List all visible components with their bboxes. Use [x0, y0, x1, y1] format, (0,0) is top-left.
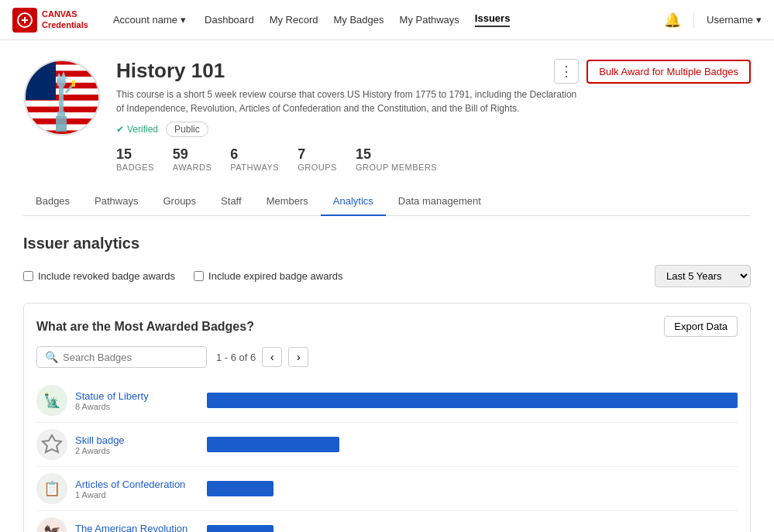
issuer-description: This course is a short 5 week review cou…: [116, 88, 581, 115]
svg-text:📋: 📋: [43, 480, 61, 497]
main-content: History 101 This course is a short 5 wee…: [0, 40, 774, 532]
chart-header: What are the Most Awarded Badges? Export…: [36, 316, 738, 337]
public-badge: Public: [166, 122, 208, 137]
time-range-select[interactable]: Last 5 Years Last Year Last 6 Months Las…: [655, 265, 751, 287]
tab-staff[interactable]: Staff: [208, 187, 254, 216]
badge-info-revolution: The American Revolution 1 Award: [75, 523, 199, 533]
issuer-actions: ⋮ Bulk Award for Multiple Badges: [554, 59, 751, 84]
stat-pathways: 6 PATHWAYS: [230, 146, 279, 172]
logo-text: CANVAS Credentials: [42, 9, 88, 29]
logo: CANVAS Credentials: [12, 8, 88, 33]
user-menu[interactable]: Username ▾: [707, 14, 762, 26]
revoked-filter[interactable]: Include revoked badge awards: [23, 270, 175, 282]
search-icon: 🔍: [45, 351, 58, 363]
bar-container: [207, 435, 738, 454]
badge-row: 🦅 The American Revolution 1 Award: [36, 511, 738, 532]
badge-info-skill: Skill badge 2 Awards: [75, 434, 199, 455]
tab-data-management[interactable]: Data management: [386, 187, 494, 216]
tab-members[interactable]: Members: [254, 187, 321, 216]
more-options-button[interactable]: ⋮: [554, 59, 579, 84]
bar-container: [207, 391, 738, 410]
issuer-header: History 101 This course is a short 5 wee…: [23, 59, 751, 172]
svg-rect-24: [72, 81, 75, 87]
badge-name[interactable]: Skill badge: [75, 434, 199, 446]
badge-awards: 1 Award: [75, 490, 199, 499]
account-selector[interactable]: Account name ▾: [113, 14, 186, 26]
filter-row: Include revoked badge awards Include exp…: [23, 265, 751, 287]
badge-row: 📋 Articles of Confederation 1 Award: [36, 467, 738, 511]
notification-bell-icon[interactable]: 🔔: [664, 12, 681, 29]
svg-rect-20: [56, 116, 67, 132]
svg-text:🗽: 🗽: [43, 392, 61, 409]
verified-row: ✔ Verified Public: [116, 122, 751, 137]
top-navigation: CANVAS Credentials Account name ▾ Dashbo…: [0, 0, 774, 40]
badge-row: 🗽 Statue of Liberty 8 Awards: [36, 379, 738, 423]
tab-groups[interactable]: Groups: [150, 187, 208, 216]
search-bar: 🔍 1 - 6 of 6 ‹ ›: [36, 346, 738, 368]
bar-container: [207, 523, 738, 532]
badge-icon-statue-of-liberty: 🗽: [36, 385, 67, 416]
chevron-down-icon: ▾: [181, 14, 186, 26]
analytics-section: Issuer analytics Include revoked badge a…: [23, 235, 751, 532]
pagination: 1 - 6 of 6 ‹ ›: [216, 347, 308, 367]
tab-pathways[interactable]: Pathways: [82, 187, 150, 216]
badge-info-statue-of-liberty: Statue of Liberty 8 Awards: [75, 390, 199, 411]
verified-badge: ✔ Verified: [116, 124, 158, 135]
svg-rect-5: [23, 65, 101, 71]
nav-link-record[interactable]: My Record: [270, 14, 318, 26]
revoked-checkbox[interactable]: [23, 271, 33, 281]
chart-title: What are the Most Awarded Badges?: [36, 320, 254, 334]
stat-awards: 59 AWARDS: [173, 146, 212, 172]
bar-container: [207, 479, 738, 498]
badge-icon-revolution: 🦅: [36, 517, 67, 532]
badge-row: Skill badge 2 Awards: [36, 423, 738, 467]
nav-link-dashboard[interactable]: Dashboard: [205, 14, 254, 26]
nav-link-issuers[interactable]: Issuers: [475, 12, 511, 27]
expired-filter[interactable]: Include expired badge awards: [194, 270, 342, 282]
chevron-down-icon: ▾: [756, 14, 762, 26]
issuer-logo: [23, 59, 101, 136]
expired-checkbox[interactable]: [194, 271, 204, 281]
tab-bar: Badges Pathways Groups Staff Members Ana…: [23, 187, 751, 216]
tab-analytics[interactable]: Analytics: [321, 187, 386, 216]
badge-awards: 2 Awards: [75, 446, 199, 455]
badge-name[interactable]: The American Revolution: [75, 523, 199, 533]
award-bar: [207, 525, 273, 532]
badge-info-articles: Articles of Confederation 1 Award: [75, 479, 199, 499]
stat-groups: 7 GROUPS: [298, 146, 337, 172]
issuer-stats: 15 BADGES 59 AWARDS 6 PATHWAYS 7 GROUPS …: [116, 146, 751, 172]
tab-badges[interactable]: Badges: [23, 187, 82, 216]
badge-name[interactable]: Statue of Liberty: [75, 390, 199, 402]
analytics-section-title: Issuer analytics: [23, 235, 751, 252]
nav-right: 🔔 Username ▾: [664, 12, 762, 29]
badge-awards: 8 Awards: [75, 402, 199, 411]
award-bar: [207, 393, 738, 408]
badge-icon-articles: 📋: [36, 473, 67, 504]
export-button[interactable]: Export Data: [664, 316, 738, 337]
badge-list: 🗽 Statue of Liberty 8 Awards: [36, 379, 738, 532]
badge-icon-skill: [36, 429, 67, 460]
stat-group-members: 15 GROUP MEMBERS: [356, 146, 437, 172]
nav-link-pathways[interactable]: My Pathways: [400, 14, 459, 26]
search-input-wrap: 🔍: [36, 346, 207, 368]
badge-name[interactable]: Articles of Confederation: [75, 479, 199, 490]
next-page-button[interactable]: ›: [288, 347, 308, 367]
logo-icon: [12, 8, 37, 33]
svg-text:🦅: 🦅: [43, 524, 61, 532]
bulk-award-button[interactable]: Bulk Award for Multiple Badges: [587, 60, 751, 84]
award-bar: [207, 437, 339, 452]
prev-page-button[interactable]: ‹: [262, 347, 282, 367]
chart-section: What are the Most Awarded Badges? Export…: [23, 303, 751, 532]
stat-badges: 15 BADGES: [116, 146, 154, 172]
nav-link-badges[interactable]: My Badges: [334, 14, 384, 26]
check-icon: ✔: [116, 124, 124, 135]
award-bar: [207, 481, 273, 496]
nav-links: Dashboard My Record My Badges My Pathway…: [205, 12, 645, 27]
search-input[interactable]: [63, 352, 198, 363]
nav-divider: [693, 12, 694, 28]
